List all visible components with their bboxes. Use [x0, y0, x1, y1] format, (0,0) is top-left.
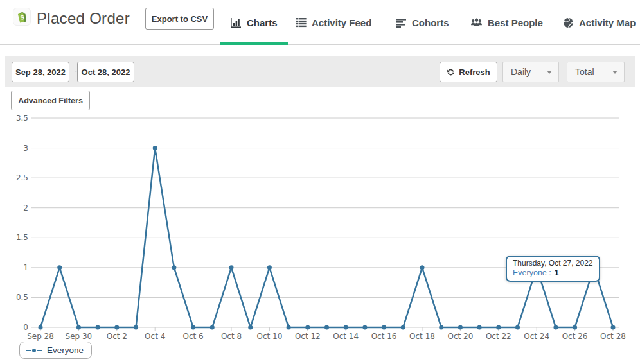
svg-text:Oct 6: Oct 6 — [182, 332, 203, 341]
data-point[interactable] — [382, 325, 386, 330]
legend-everyone[interactable]: Everyone — [19, 342, 92, 359]
svg-text:Oct 2: Oct 2 — [107, 332, 127, 341]
svg-text:Oct 18: Oct 18 — [409, 332, 435, 341]
svg-text:0: 0 — [23, 323, 28, 332]
svg-text:1: 1 — [23, 263, 28, 272]
data-point[interactable] — [553, 325, 558, 330]
svg-text:Oct 10: Oct 10 — [256, 332, 282, 341]
data-point[interactable] — [362, 325, 367, 330]
data-point[interactable] — [458, 325, 463, 330]
data-point[interactable] — [420, 265, 425, 270]
legend-line-marker-icon — [26, 347, 42, 354]
data-point[interactable] — [248, 325, 253, 330]
data-point[interactable] — [76, 325, 81, 330]
svg-text:Oct 24: Oct 24 — [524, 332, 549, 341]
data-point[interactable] — [573, 325, 577, 330]
svg-text:Oct 22: Oct 22 — [486, 332, 511, 341]
tooltip-date: Thursday, Oct 27, 2022 — [513, 258, 593, 268]
data-point[interactable] — [477, 325, 482, 330]
data-point[interactable] — [267, 265, 272, 270]
data-point[interactable] — [39, 325, 43, 330]
line-chart[interactable]: 00.511.522.533.5Sep 28Sep 30Oct 2Oct 4Oc… — [0, 0, 640, 364]
svg-text:Oct 4: Oct 4 — [145, 332, 165, 341]
data-point[interactable] — [57, 265, 62, 270]
svg-text:Oct 16: Oct 16 — [371, 332, 397, 341]
data-point[interactable] — [134, 325, 138, 330]
app-window: S Placed Order Export to CSV Charts Acti… — [0, 0, 640, 364]
svg-text:2: 2 — [23, 204, 28, 212]
vertical-divider — [632, 96, 632, 358]
data-point[interactable] — [305, 325, 310, 330]
svg-text:Sep 28: Sep 28 — [27, 332, 54, 341]
svg-text:2.5: 2.5 — [16, 173, 28, 182]
tooltip-series-label: Everyone : — [513, 268, 551, 277]
svg-text:1.5: 1.5 — [16, 233, 28, 242]
data-point[interactable] — [153, 146, 157, 150]
svg-text:Oct 26: Oct 26 — [562, 332, 588, 341]
chart-tooltip: Thursday, Oct 27, 2022 Everyone :1 — [506, 256, 600, 282]
data-point[interactable] — [96, 325, 100, 330]
tooltip-value: 1 — [555, 268, 559, 277]
data-point[interactable] — [344, 325, 348, 330]
data-point[interactable] — [611, 325, 616, 330]
data-point[interactable] — [210, 325, 215, 330]
svg-text:3: 3 — [23, 144, 28, 153]
legend-label: Everyone — [47, 345, 84, 355]
data-point[interactable] — [229, 265, 234, 270]
data-point[interactable] — [515, 325, 520, 330]
data-point[interactable] — [401, 325, 405, 330]
svg-text:Oct 12: Oct 12 — [295, 332, 321, 341]
svg-text:0.5: 0.5 — [16, 293, 28, 302]
svg-text:Oct 28: Oct 28 — [600, 332, 626, 341]
data-point[interactable] — [324, 325, 329, 330]
svg-text:Oct 20: Oct 20 — [447, 332, 473, 341]
data-point[interactable] — [496, 325, 501, 330]
svg-text:Sep 30: Sep 30 — [66, 332, 93, 341]
svg-text:Oct 8: Oct 8 — [221, 332, 242, 341]
data-point[interactable] — [172, 265, 176, 270]
data-point[interactable] — [439, 325, 443, 330]
svg-text:3.5: 3.5 — [16, 114, 28, 123]
data-point[interactable] — [287, 325, 291, 330]
svg-text:Oct 14: Oct 14 — [333, 332, 359, 341]
data-point[interactable] — [191, 325, 195, 330]
data-point[interactable] — [114, 325, 119, 330]
